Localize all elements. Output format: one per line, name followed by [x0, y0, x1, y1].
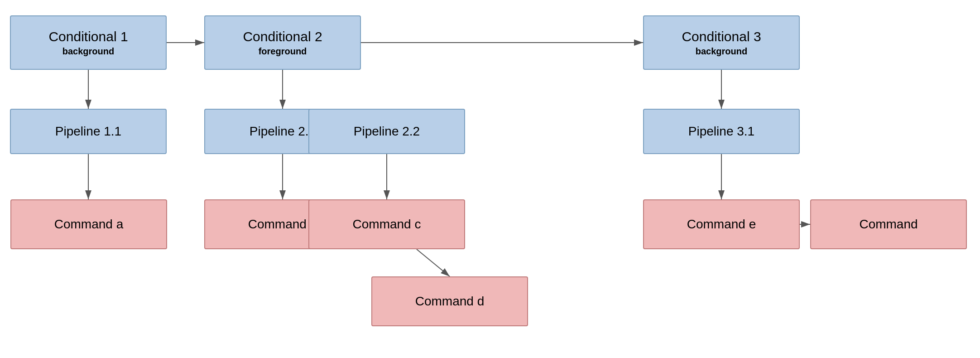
conditional-2-title: Conditional 2: [243, 29, 322, 44]
pipeline-22-node: Pipeline 2.2: [308, 109, 465, 154]
diagram-container: && Conditional 1 background Conditional …: [0, 0, 980, 358]
command-a-node: Command a: [10, 199, 167, 249]
command-a-label: Command a: [54, 217, 124, 232]
conditional-3-subtitle: background: [696, 46, 747, 57]
command-f-label: Command: [859, 217, 918, 232]
conditional-2-subtitle: foreground: [259, 46, 307, 57]
command-e-label: Command e: [687, 217, 756, 232]
command-e-node: Command e: [643, 199, 800, 249]
pipeline-11-label: Pipeline 1.1: [55, 124, 121, 139]
command-c-node: Command c: [308, 199, 465, 249]
conditional-2-node: Conditional 2 foreground: [204, 15, 361, 70]
command-c-label: Command c: [353, 217, 421, 232]
conditional-1-title: Conditional 1: [48, 29, 128, 44]
pipeline-31-label: Pipeline 3.1: [688, 124, 754, 139]
command-b-label: Command b: [248, 217, 317, 232]
conditional-1-node: Conditional 1 background: [10, 15, 167, 70]
pipeline-21-label: Pipeline 2.1: [250, 124, 316, 139]
arrow-cc-cd: [417, 249, 450, 276]
command-d-node: Command d: [371, 276, 528, 326]
command-f-node: Command: [810, 199, 967, 249]
conditional-3-title: Conditional 3: [682, 29, 761, 44]
pipeline-22-label: Pipeline 2.2: [354, 124, 420, 139]
pipeline-31-node: Pipeline 3.1: [643, 109, 800, 154]
conditional-3-node: Conditional 3 background: [643, 15, 800, 70]
pipeline-11-node: Pipeline 1.1: [10, 109, 167, 154]
conditional-1-subtitle: background: [62, 46, 114, 57]
command-d-label: Command d: [415, 294, 485, 309]
